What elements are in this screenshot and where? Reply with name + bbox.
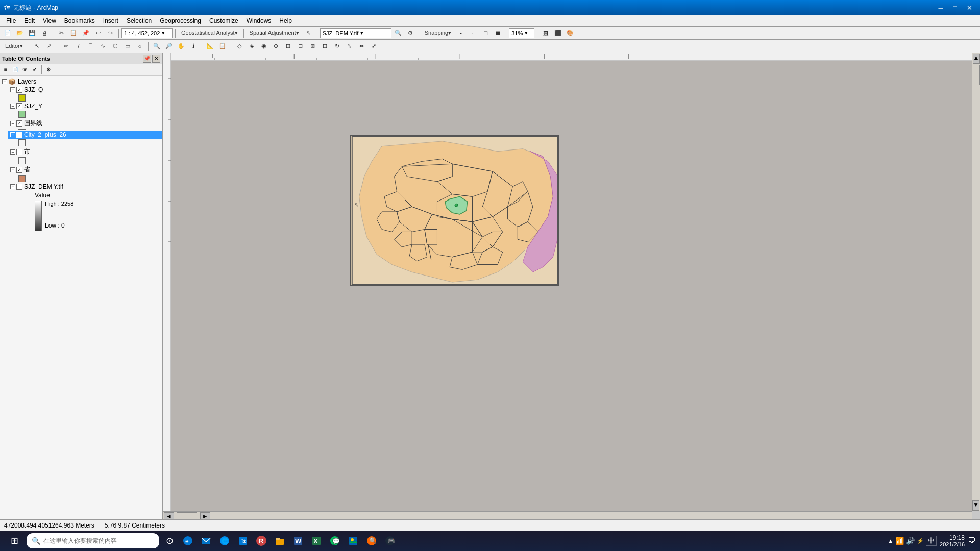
paste-button[interactable]: 📌 — [80, 28, 91, 39]
minimize-button[interactable]: ─ — [934, 3, 947, 13]
image-tool1[interactable]: 🖼 — [540, 28, 551, 39]
offset-tool[interactable]: ⤢ — [369, 41, 380, 52]
city-checkbox[interactable] — [16, 132, 22, 138]
layers-expand[interactable]: − — [2, 79, 7, 84]
hscroll-left[interactable]: ◄ — [164, 512, 174, 519]
scale-tool[interactable]: ⤡ — [344, 41, 355, 52]
copy-button[interactable]: 📋 — [68, 28, 79, 39]
topology-tool[interactable]: ⊕ — [271, 41, 282, 52]
snap-vertex[interactable]: ◇ — [234, 41, 245, 52]
sjzy-expand[interactable]: − — [10, 104, 15, 109]
close-button[interactable]: ✕ — [963, 3, 976, 13]
editor-button[interactable]: Editor▾ — [2, 41, 26, 52]
taskbar-app-r[interactable]: R — [253, 533, 270, 549]
reshape-tool[interactable]: ⊡ — [320, 41, 331, 52]
new-button[interactable]: 📄 — [2, 28, 13, 39]
layer-sjzq[interactable]: − SJZ_Q — [8, 86, 162, 94]
taskbar-cortana[interactable]: ⊙ — [161, 533, 178, 549]
edit-tool2[interactable]: ↗ — [44, 41, 55, 52]
gjx-expand[interactable]: − — [10, 121, 15, 126]
taskbar-search2[interactable]: 🔍 — [363, 533, 380, 549]
identify-tool[interactable]: ℹ — [188, 41, 199, 52]
snap-edge[interactable]: ◈ — [246, 41, 257, 52]
dem-expand[interactable]: − — [10, 184, 15, 189]
toc-selection-view[interactable]: ✔ — [30, 65, 39, 74]
notification-icon[interactable]: 🗨 — [968, 536, 976, 545]
nav-tool1[interactable]: 🔍 — [151, 41, 162, 52]
geostatistical-tools[interactable]: Geostatistical Analyst▾ — [178, 28, 241, 39]
pan-tool[interactable]: ✋ — [176, 41, 187, 52]
layer-shi[interactable]: − 市 — [8, 147, 162, 157]
arc-tool[interactable]: ⌒ — [85, 41, 96, 52]
snapping-button[interactable]: Snapping▾ — [422, 28, 455, 39]
vscroll-down[interactable]: ▼ — [972, 500, 979, 511]
toc-list-view[interactable]: ≡ — [1, 65, 10, 74]
tray-expand[interactable]: ▲ — [888, 538, 893, 544]
line-tool[interactable]: / — [73, 41, 84, 52]
select-elem[interactable]: ⊞ — [283, 41, 294, 52]
menu-insert[interactable]: Insert — [99, 16, 122, 26]
image-tool2[interactable]: ⬛ — [552, 28, 564, 39]
map-area[interactable]: | | | | | | — [163, 53, 980, 519]
menu-geoprocessing[interactable]: Geoprocessing — [156, 16, 205, 26]
image-tool3[interactable]: 🎨 — [565, 28, 576, 39]
print-button[interactable]: 🖨 — [39, 28, 50, 39]
map-canvas[interactable]: ↖ — [172, 61, 972, 511]
curve-tool[interactable]: ∿ — [97, 41, 109, 52]
taskbar-excel[interactable]: X — [308, 533, 325, 549]
menu-view[interactable]: View — [39, 16, 60, 26]
pencil-tool[interactable]: ✏ — [61, 41, 72, 52]
menu-selection[interactable]: Selection — [122, 16, 156, 26]
vscroll-up[interactable]: ▲ — [973, 54, 980, 64]
taskbar-browser2[interactable]: 🌐 — [216, 533, 233, 549]
taskbar-wechat[interactable]: 💬 — [327, 533, 343, 549]
taskbar-mail[interactable] — [198, 533, 214, 549]
sjzy-checkbox[interactable] — [16, 103, 22, 109]
rotate-tool[interactable]: ↻ — [332, 41, 343, 52]
menu-customize[interactable]: Customize — [205, 16, 242, 26]
nav-tool2[interactable]: 🔎 — [163, 41, 175, 52]
snap-opt1[interactable]: ▪ — [455, 28, 467, 39]
menu-file[interactable]: File — [2, 16, 20, 26]
active-layer-combo[interactable]: SJZ_DEM Y.tif ▾ — [320, 28, 391, 38]
hscroll-thumb[interactable] — [177, 512, 197, 519]
measure-tool[interactable]: 📐 — [205, 41, 216, 52]
sheng-checkbox[interactable] — [16, 167, 22, 173]
edit-tool[interactable]: ↖ — [32, 41, 43, 52]
split-tool[interactable]: ⊠ — [307, 41, 318, 52]
snap-opt2[interactable]: ▫ — [468, 28, 479, 39]
sheng-expand[interactable]: − — [10, 167, 15, 172]
start-button[interactable]: ⊞ — [4, 533, 24, 549]
taskbar-store[interactable]: 🛍 — [235, 533, 251, 549]
active-layer-dropdown-icon[interactable]: ▾ — [360, 30, 363, 36]
toc-visible-view[interactable]: 👁 — [20, 65, 30, 74]
sjzq-checkbox[interactable] — [16, 87, 22, 93]
layers-root[interactable]: − 📦 Layers — [0, 78, 162, 86]
layer-gjx[interactable]: − 国界线 — [8, 118, 162, 128]
snap-end[interactable]: ◉ — [258, 41, 270, 52]
taskbar-edge[interactable]: e — [180, 533, 196, 549]
undo-button[interactable]: ↩ — [92, 28, 104, 39]
menu-help[interactable]: Help — [275, 16, 296, 26]
zoom-dropdown-icon[interactable]: ▾ — [525, 30, 528, 36]
circle-tool[interactable]: ○ — [134, 41, 145, 52]
cut-button[interactable]: ✂ — [56, 28, 67, 39]
shi-expand[interactable]: − — [10, 149, 15, 155]
menu-edit[interactable]: Edit — [20, 16, 39, 26]
clock[interactable]: 19:18 2021/2/16 — [940, 534, 965, 547]
toc-source-view[interactable]: 📄 — [11, 65, 20, 74]
vertical-scrollbar[interactable]: ▲ ▼ — [972, 53, 980, 511]
snap-opt3[interactable]: ◻ — [480, 28, 491, 39]
gjx-checkbox[interactable] — [16, 120, 22, 127]
redo-button[interactable]: ↪ — [105, 28, 116, 39]
sjzq-expand[interactable]: − — [10, 87, 15, 92]
scale-combo[interactable]: 1 : 4, 452, 202 ▾ — [121, 28, 173, 38]
city-expand[interactable]: − — [10, 132, 15, 137]
menu-bookmarks[interactable]: Bookmarks — [60, 16, 99, 26]
layer-tool1[interactable]: 🔍 — [393, 28, 404, 39]
layer-dem[interactable]: − SJZ_DEM Y.tif — [8, 183, 162, 191]
taskbar-search[interactable]: 🔍 在这里输入你要搜索的内容 — [27, 533, 159, 548]
toc-close-button[interactable]: ✕ — [152, 55, 160, 63]
rect-tool[interactable]: ▭ — [122, 41, 133, 52]
spatial-adjustment-button[interactable]: Spatial Adjustment▾ — [247, 28, 302, 39]
